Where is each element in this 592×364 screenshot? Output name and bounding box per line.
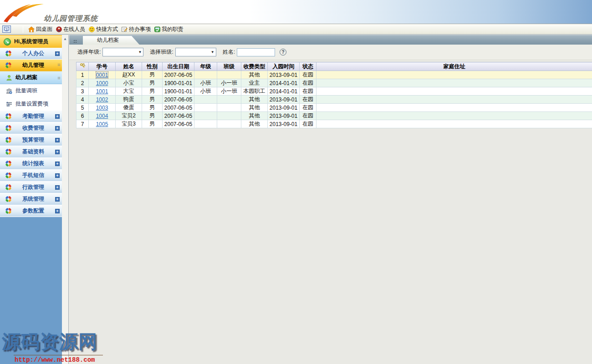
- sidebar-group-0[interactable]: 个人办公+: [0, 48, 62, 60]
- drag-grip-icon[interactable]: [74, 40, 75, 41]
- table-cell: 在园: [300, 79, 316, 87]
- column-header[interactable]: 年级: [194, 62, 217, 71]
- row-number: 6: [77, 112, 89, 120]
- menu-group-icon: [5, 136, 12, 143]
- sidebar-group-3[interactable]: 收费管理+: [0, 122, 62, 134]
- sidebar-group-9[interactable]: 系统管理+: [0, 193, 62, 205]
- expand-plus-icon[interactable]: +: [55, 185, 60, 190]
- table-cell: [217, 96, 241, 104]
- table-row[interactable]: 51003傻蛋男2007-06-05其他2013-09-01在园: [77, 104, 592, 112]
- column-header[interactable]: 出生日期: [163, 62, 194, 71]
- sidebar-group-7[interactable]: 手机短信+: [0, 170, 62, 182]
- table-cell: 在园: [300, 112, 316, 120]
- student-id-link[interactable]: 1000: [96, 80, 108, 86]
- sidebar-item-active[interactable]: 幼儿档案: [0, 71, 62, 84]
- table-cell: 1900-01-01: [163, 79, 194, 87]
- toolbar-button-desktop[interactable]: 回桌面: [27, 25, 55, 34]
- column-header[interactable]: 家庭住址: [316, 62, 592, 71]
- table-cell: [194, 120, 217, 128]
- expand-plus-icon[interactable]: +: [55, 162, 60, 166]
- sidebar-background-fill: [0, 217, 62, 364]
- table-cell: [316, 71, 592, 79]
- toolbar-button-shortcuts[interactable]: 快捷方式: [87, 25, 120, 34]
- table-cell: 其他: [241, 71, 268, 79]
- expand-plus-icon[interactable]: +: [55, 114, 60, 119]
- table-cell: 狗蛋: [116, 96, 142, 104]
- pin-icon: [58, 64, 59, 65]
- table-cell: 其他: [241, 104, 268, 112]
- sidebar-group-4[interactable]: 预算管理+: [0, 134, 62, 146]
- toolbar-button-duties[interactable]: 我的职责: [153, 25, 186, 34]
- collapse-sidebar-button[interactable]: [2, 25, 11, 33]
- expand-plus-icon[interactable]: +: [55, 51, 60, 56]
- sidebar-scrollbar[interactable]: ▲: [62, 35, 69, 364]
- column-header[interactable]: 班级: [217, 62, 241, 71]
- table-cell: 男: [142, 120, 163, 128]
- toolbar-button-todo[interactable]: 待办事项: [120, 25, 153, 34]
- student-id-link[interactable]: 1005: [96, 121, 108, 127]
- column-header[interactable]: 姓名: [116, 62, 142, 71]
- table-row[interactable]: 21000小宝男1900-01-01小班小一班业主2014-01-01在园: [77, 79, 592, 87]
- expand-plus-icon[interactable]: +: [55, 138, 60, 142]
- menu-group-icon: [5, 113, 12, 120]
- help-icon[interactable]: ?: [280, 49, 286, 56]
- expand-plus-icon[interactable]: +: [55, 150, 60, 154]
- tab-child-archives[interactable]: 幼儿档案: [83, 36, 139, 45]
- person-icon: [6, 75, 12, 81]
- sidebar-group-5[interactable]: 基础资料+: [0, 146, 62, 158]
- toolbar-button-online-users[interactable]: 在线人员: [55, 25, 87, 34]
- column-header[interactable]: 性别: [142, 62, 163, 71]
- row-number: 3: [77, 87, 89, 96]
- table-cell: 宝贝2: [116, 112, 142, 120]
- menu-group-icon: [5, 50, 12, 57]
- class-select[interactable]: ▼: [175, 48, 216, 56]
- toolbar-separator: [23, 26, 23, 33]
- tab-strip: 幼儿档案: [69, 35, 592, 45]
- student-id-link[interactable]: 1004: [96, 113, 108, 119]
- table-cell: 小班: [194, 79, 217, 87]
- column-header[interactable]: 状态: [300, 62, 316, 71]
- student-id-link[interactable]: 1003: [96, 105, 108, 111]
- user-greeting: Hi,系统管理员: [14, 38, 48, 46]
- sidebar-group-10[interactable]: 参数配置+: [0, 205, 62, 217]
- expand-plus-icon[interactable]: +: [55, 197, 60, 202]
- scroll-up-arrow-icon[interactable]: ▲: [63, 37, 67, 41]
- sidebar-item-link[interactable]: 批量调班: [0, 84, 62, 97]
- table-cell: 其他: [241, 112, 268, 120]
- table-row[interactable]: 10001赵XX男2007-06-05其他2013-09-01在园: [77, 71, 592, 79]
- expand-plus-icon[interactable]: +: [55, 209, 60, 213]
- sidebar-group-2[interactable]: 考勤管理+: [0, 111, 62, 122]
- name-input[interactable]: [237, 48, 275, 56]
- sidebar-group-6[interactable]: 统计报表+: [0, 158, 62, 170]
- expand-plus-icon[interactable]: +: [55, 126, 60, 131]
- table-cell: 男: [142, 71, 163, 79]
- table-cell: [316, 104, 592, 112]
- table-cell: 在园: [300, 96, 316, 104]
- table-cell: 小一班: [217, 79, 241, 87]
- column-header[interactable]: 学号: [89, 62, 116, 71]
- sidebar-group-8[interactable]: 行政管理+: [0, 182, 62, 193]
- table-cell: 2007-06-05: [163, 71, 194, 79]
- column-header[interactable]: 收费类型: [241, 62, 268, 71]
- student-id-link[interactable]: 1002: [96, 96, 108, 103]
- menu-group-icon: [5, 207, 12, 214]
- table-row[interactable]: 71005宝贝3男2007-06-05其他2013-09-01在园: [77, 120, 592, 128]
- sidebar-group-1[interactable]: 幼儿管理: [0, 60, 62, 71]
- sidebar-item-link[interactable]: 批量设置费项: [0, 97, 62, 111]
- grade-select[interactable]: ▼: [102, 48, 143, 56]
- table-row[interactable]: 41002狗蛋男2007-06-05其他2013-09-01在园: [77, 96, 592, 104]
- table-cell: 赵XX: [116, 71, 142, 79]
- table-row[interactable]: 31001大宝男1900-01-01小班小一班本园职工2014-01-01在园: [77, 87, 592, 96]
- student-id-link[interactable]: 1001: [96, 88, 108, 95]
- filter-bar: 选择年级: ▼ 选择班级: ▼ 姓名: ?: [69, 45, 592, 60]
- fee-list-icon: [6, 101, 12, 107]
- table-row[interactable]: 61004宝贝2男2007-06-05其他2013-09-01在园: [77, 112, 592, 120]
- table-cell: [194, 96, 217, 104]
- table-cell: [217, 112, 241, 120]
- table-cell: 在园: [300, 104, 316, 112]
- column-header[interactable]: 入园时间: [268, 62, 300, 71]
- student-id-link[interactable]: 0001: [96, 72, 108, 78]
- row-number: 1: [77, 71, 89, 79]
- main-content: 幼儿档案 选择年级: ▼ 选择班级: ▼ 姓名: ?: [69, 35, 592, 364]
- expand-plus-icon[interactable]: +: [55, 173, 60, 178]
